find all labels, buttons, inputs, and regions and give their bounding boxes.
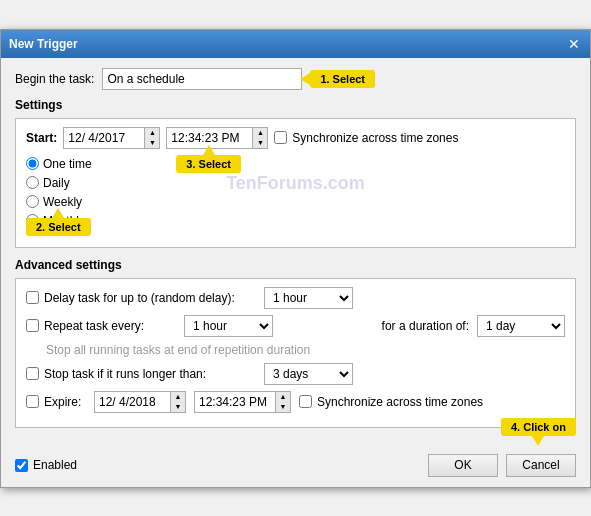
date-spin-up[interactable]: ▲ — [145, 128, 159, 138]
expire-date-input[interactable] — [95, 392, 170, 412]
time-spinner: ▲ ▼ — [252, 128, 267, 148]
new-trigger-dialog: New Trigger ✕ Begin the task: On a sched… — [0, 29, 591, 488]
radio-weekly-input[interactable] — [26, 195, 39, 208]
repeat-checkbox[interactable] — [26, 319, 39, 332]
stop-running-label: Stop all running tasks at end of repetit… — [46, 343, 310, 357]
delay-dropdown[interactable]: 1 hour 30 minutes 1 day — [264, 287, 353, 309]
enabled-checkbox[interactable] — [15, 459, 28, 472]
footer: Enabled 4. Click on OK Cancel — [1, 448, 590, 487]
expire-checkbox[interactable] — [26, 395, 39, 408]
dialog-content: Begin the task: On a schedule At log on … — [1, 58, 590, 448]
delay-row: Delay task for up to (random delay): 1 h… — [26, 287, 565, 309]
time-spin-down[interactable]: ▼ — [253, 138, 267, 148]
expire-time-wrapper: ▲ ▼ — [194, 391, 291, 413]
delay-label[interactable]: Delay task for up to (random delay): — [26, 291, 256, 305]
expire-time-input[interactable] — [195, 392, 275, 412]
title-bar: New Trigger ✕ — [1, 30, 590, 58]
radio-weekly[interactable]: Weekly — [26, 195, 565, 209]
duration-dropdown-wrapper: 1 day Indefinitely 1 hour 12 hours — [477, 315, 565, 337]
stop-running-row: Stop all running tasks at end of repetit… — [26, 343, 565, 357]
annotation-2: 2. Select — [26, 218, 91, 236]
settings-label: Settings — [15, 98, 576, 112]
radio-group: One time Daily Weekly Monthly 2. Se — [26, 157, 565, 228]
date-spin-down[interactable]: ▼ — [145, 138, 159, 148]
settings-box: TenForums.com Start: ▲ ▼ ▲ ▼ — [15, 118, 576, 248]
time-spin-up[interactable]: ▲ — [253, 128, 267, 138]
delay-dropdown-wrapper: 1 hour 30 minutes 1 day — [264, 287, 353, 309]
expire-label[interactable]: Expire: — [26, 395, 86, 409]
start-time-wrapper: ▲ ▼ — [166, 127, 268, 149]
duration-dropdown[interactable]: 1 day Indefinitely 1 hour 12 hours — [477, 315, 565, 337]
stop-longer-row: Stop task if it runs longer than: 3 days… — [26, 363, 565, 385]
annotation-4: 4. Click on — [501, 418, 576, 436]
expire-row: Expire: ▲ ▼ ▲ ▼ — [26, 391, 565, 413]
annotation-1: 1. Select — [310, 70, 375, 88]
start-row: Start: ▲ ▼ ▲ ▼ — [26, 127, 565, 149]
repeat-dropdown[interactable]: 1 hour 5 minutes 10 minutes 15 minutes 3… — [184, 315, 273, 337]
start-label: Start: — [26, 131, 57, 145]
delay-checkbox[interactable] — [26, 291, 39, 304]
advanced-label: Advanced settings — [15, 258, 576, 272]
stop-longer-checkbox[interactable] — [26, 367, 39, 380]
expire-time-spinner: ▲ ▼ — [275, 392, 290, 412]
start-date-input[interactable] — [64, 128, 144, 148]
repeat-label[interactable]: Repeat task every: — [26, 319, 176, 333]
radio-monthly[interactable]: Monthly — [26, 214, 565, 228]
stop-longer-dropdown[interactable]: 3 days 30 minutes 1 hour 2 hours — [264, 363, 353, 385]
expire-date-down[interactable]: ▼ — [171, 402, 185, 412]
expire-sync-checkbox[interactable] — [299, 395, 312, 408]
annotation-3: 3. Select — [176, 155, 241, 173]
duration-label: for a duration of: — [382, 319, 469, 333]
close-button[interactable]: ✕ — [566, 36, 582, 52]
date-spinner: ▲ ▼ — [144, 128, 159, 148]
expire-date-spinner: ▲ ▼ — [170, 392, 185, 412]
advanced-box: Delay task for up to (random delay): 1 h… — [15, 278, 576, 428]
title-text: New Trigger — [9, 37, 78, 51]
radio-daily-input[interactable] — [26, 176, 39, 189]
start-date-wrapper: ▲ ▼ — [63, 127, 160, 149]
expire-sync-label[interactable]: Synchronize across time zones — [299, 395, 483, 409]
repeat-row: Repeat task every: 1 hour 5 minutes 10 m… — [26, 315, 565, 337]
stop-longer-dropdown-wrapper: 3 days 30 minutes 1 hour 2 hours — [264, 363, 353, 385]
sync-timezone-label[interactable]: Synchronize across time zones — [274, 131, 458, 145]
radio-daily[interactable]: Daily — [26, 176, 565, 190]
begin-task-dropdown[interactable]: On a schedule At log on At startup — [102, 68, 302, 90]
begin-task-dropdown-wrapper: On a schedule At log on At startup — [102, 68, 302, 90]
expire-date-wrapper: ▲ ▼ — [94, 391, 186, 413]
enabled-label[interactable]: Enabled — [15, 458, 77, 472]
ok-button[interactable]: OK — [428, 454, 498, 477]
radio-one-time[interactable]: One time — [26, 157, 565, 171]
cancel-button[interactable]: Cancel — [506, 454, 576, 477]
expire-date-up[interactable]: ▲ — [171, 392, 185, 402]
expire-time-down[interactable]: ▼ — [276, 402, 290, 412]
repeat-dropdown-wrapper: 1 hour 5 minutes 10 minutes 15 minutes 3… — [184, 315, 273, 337]
sync-timezone-checkbox[interactable] — [274, 131, 287, 144]
annotation-1-wrapper: 1. Select — [310, 70, 375, 88]
begin-task-label: Begin the task: — [15, 72, 94, 86]
stop-longer-label[interactable]: Stop task if it runs longer than: — [26, 367, 256, 381]
expire-time-up[interactable]: ▲ — [276, 392, 290, 402]
radio-one-time-input[interactable] — [26, 157, 39, 170]
